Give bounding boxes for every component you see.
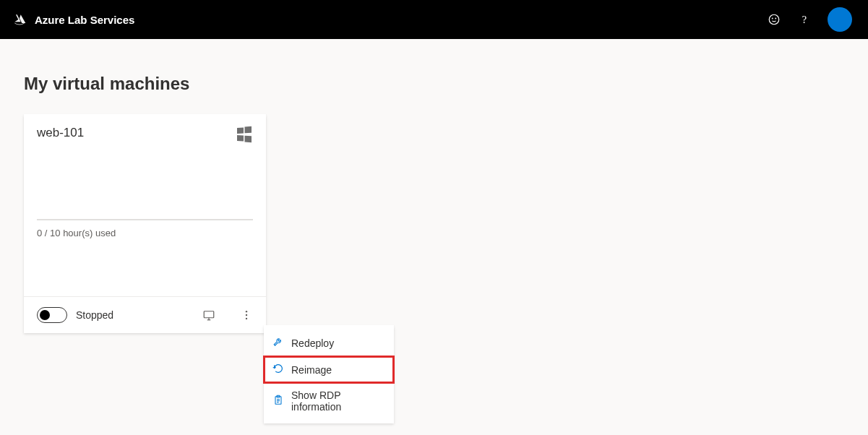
svg-point-2	[775, 18, 776, 19]
menu-label: Reimage	[291, 364, 332, 376]
app-logo-block[interactable]: Azure Lab Services	[12, 12, 134, 27]
power-toggle[interactable]	[37, 307, 67, 323]
feedback-icon[interactable]	[767, 12, 781, 27]
app-name: Azure Lab Services	[35, 14, 134, 26]
refresh-icon	[272, 363, 284, 376]
vm-name: web-101	[37, 126, 84, 140]
svg-text:?: ?	[802, 14, 807, 25]
svg-rect-5	[245, 126, 252, 133]
azure-logo-icon	[12, 12, 27, 27]
menu-label: Redeploy	[291, 337, 334, 349]
svg-point-11	[246, 311, 247, 312]
svg-point-12	[246, 314, 247, 316]
wrench-icon	[272, 336, 284, 350]
svg-rect-7	[245, 136, 252, 142]
user-avatar[interactable]	[828, 7, 852, 32]
svg-point-13	[246, 318, 247, 319]
svg-rect-6	[237, 135, 244, 142]
header-actions: ?	[767, 7, 856, 32]
svg-rect-8	[204, 311, 214, 318]
menu-item-show-rdp[interactable]: Show RDP information	[264, 383, 394, 419]
toggle-knob	[40, 310, 50, 320]
page-title: My virtual machines	[24, 74, 844, 94]
menu-item-reimage[interactable]: Reimage	[264, 356, 394, 383]
menu-item-redeploy[interactable]: Redeploy	[264, 330, 394, 356]
vm-context-menu: Redeploy Reimage Show RDP information	[264, 325, 394, 423]
hours-used-label: 0 / 10 hour(s) used	[37, 228, 253, 238]
more-options-icon[interactable]	[240, 309, 253, 322]
clipboard-icon	[272, 395, 284, 408]
vm-status-label: Stopped	[76, 309, 113, 321]
help-icon[interactable]: ?	[797, 12, 812, 27]
menu-label: Show RDP information	[291, 389, 385, 413]
windows-os-icon	[236, 126, 253, 143]
svg-point-0	[769, 14, 779, 25]
vm-card: web-101 0 / 10 hour(s) used Stopped	[24, 114, 266, 333]
top-header: Azure Lab Services ?	[0, 0, 868, 39]
page-body: My virtual machines web-101 0 / 10 hour(…	[0, 39, 868, 333]
connect-monitor-icon[interactable]	[202, 309, 215, 322]
vm-card-footer: Stopped	[24, 296, 266, 333]
svg-rect-4	[237, 127, 244, 134]
svg-point-1	[772, 18, 773, 19]
hours-progress-bar	[37, 219, 253, 220]
